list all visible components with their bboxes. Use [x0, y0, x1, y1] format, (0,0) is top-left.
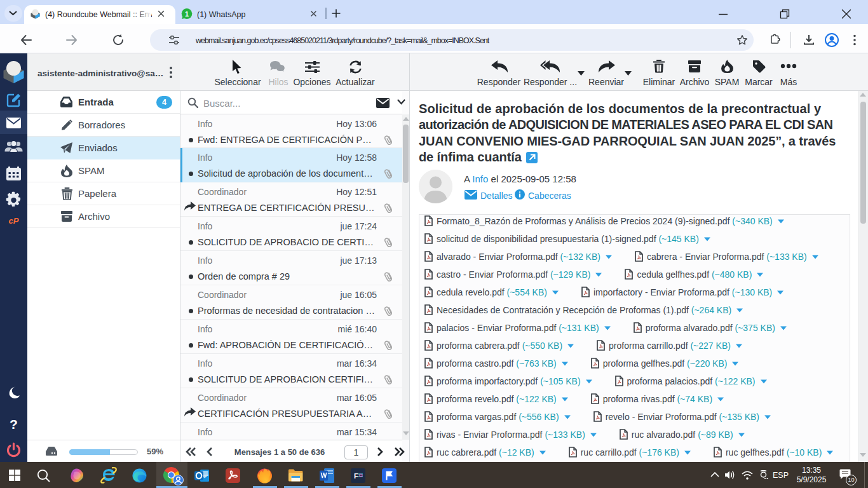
- svg-text:F: F: [354, 472, 358, 480]
- svg-text:1: 1: [185, 10, 189, 18]
